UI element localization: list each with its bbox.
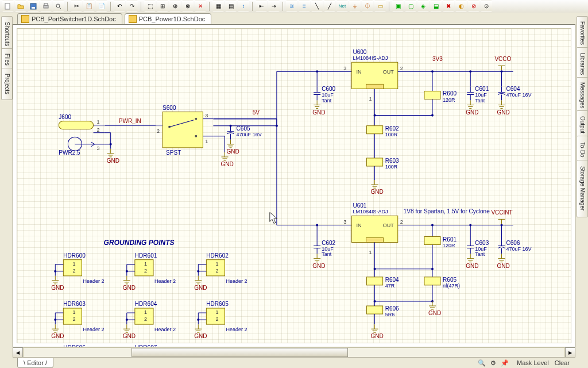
status-bar: \ Editor / 🔍 ⚙ 📌 Mask Level Clear — [13, 357, 575, 368]
toolbar-wire-icon[interactable]: ≋ — [286, 1, 297, 12]
svg-text:GND: GND — [51, 333, 64, 339]
svg-text:LM1084IS-ADJ: LM1084IS-ADJ — [353, 209, 388, 214]
svg-text:3: 3 — [343, 219, 346, 225]
toolbar-btn-icon[interactable]: ↷ — [126, 1, 138, 12]
svg-text:GND: GND — [428, 310, 441, 316]
toolbar-btn-icon[interactable]: 📋 — [83, 1, 95, 12]
toolbar-btn-icon[interactable]: ▤ — [225, 1, 237, 12]
mask-level-link[interactable]: Mask Level — [517, 359, 549, 366]
svg-rect-75 — [366, 84, 384, 89]
toolbar-open-icon[interactable] — [15, 1, 26, 12]
svg-point-211 — [197, 319, 199, 321]
svg-point-92 — [431, 114, 434, 117]
pin-icon[interactable]: 📌 — [501, 359, 509, 367]
rail-favorites[interactable]: Favorites — [577, 16, 588, 51]
svg-text:Header 2: Header 2 — [154, 278, 176, 284]
toolbar-btn-icon[interactable]: ✕ — [195, 1, 206, 12]
svg-text:2: 2 — [400, 219, 403, 225]
toolbar-btn-icon[interactable]: ↶ — [114, 1, 125, 12]
rail-output[interactable]: Output — [577, 110, 588, 139]
scroll-left-icon[interactable]: ◀ — [13, 347, 23, 358]
toolbar-print-icon[interactable] — [40, 1, 52, 12]
part-S600[interactable]: S600 SPST — [163, 105, 203, 156]
toolbar-bus-icon[interactable]: ≡ — [299, 1, 310, 12]
toolbar-btn-icon[interactable]: ⊕ — [169, 1, 181, 12]
scroll-right-icon[interactable]: ▶ — [565, 347, 575, 358]
svg-point-190 — [197, 270, 199, 273]
toolbar-preview-icon[interactable] — [53, 1, 64, 12]
svg-text:IN: IN — [356, 223, 361, 228]
toolbar-btn-icon[interactable]: ▢ — [405, 1, 416, 12]
toolbar-btn-icon[interactable]: ✂ — [71, 1, 82, 12]
svg-text:Tant: Tant — [475, 98, 485, 103]
toolbar-btn-icon[interactable]: ⇤ — [256, 1, 267, 12]
tab-power[interactable]: PCB_Power1D.SchDoc — [125, 13, 212, 24]
svg-text:GND: GND — [107, 158, 119, 164]
part-U601[interactable]: U601 LM1084IS-ADJ IN OUT — [351, 202, 397, 242]
toolbar-btn-icon[interactable]: ⬚ — [144, 1, 156, 12]
toolbar-btn-icon[interactable]: ⇥ — [268, 1, 280, 12]
toolbar-btn-icon[interactable]: ⊘ — [468, 1, 479, 12]
svg-text:Header 2: Header 2 — [83, 327, 104, 332]
editor-tab[interactable]: \ Editor / — [17, 358, 53, 368]
toolbar-btn-icon[interactable]: ◐ — [455, 1, 467, 12]
toolbar-btn-icon[interactable]: ⬓ — [430, 1, 442, 12]
svg-text:1: 1 — [144, 261, 147, 267]
svg-point-197 — [54, 319, 56, 321]
toolbar-new-icon[interactable] — [2, 1, 14, 12]
part-HDR601[interactable]: HDR60112Header 2 — [127, 252, 176, 284]
document-tabs: PCB_PortSwitcher1D.SchDoc PCB_Power1D.Sc… — [13, 13, 575, 25]
schematic-icon — [21, 15, 29, 23]
rail-projects[interactable]: Projects — [1, 68, 13, 100]
svg-text:1: 1 — [215, 309, 218, 315]
rail-todo[interactable]: To-Do — [577, 136, 588, 163]
part-U600[interactable]: U600 LM1084IS-ADJ IN OUT — [351, 49, 397, 89]
toolbar-save-icon[interactable] — [28, 1, 39, 12]
svg-text:nf(47R): nf(47R) — [443, 283, 460, 289]
svg-text:GND: GND — [497, 263, 509, 269]
svg-text:GND: GND — [227, 148, 239, 155]
toolbar-btn-icon[interactable]: 📄 — [96, 1, 107, 12]
svg-text:470uF 16V: 470uF 16V — [237, 132, 262, 137]
clear-link[interactable]: Clear — [555, 359, 570, 366]
part-HDR605[interactable]: HDR60512Header 2 — [198, 301, 247, 332]
part-HDR600[interactable]: HDR60012Header 2 — [55, 252, 104, 284]
toolbar-btn-icon[interactable]: ⊗ — [182, 1, 194, 12]
svg-text:S600: S600 — [163, 105, 176, 111]
toolbar-btn-icon[interactable]: ⊞ — [157, 1, 168, 12]
toolbar-btn-icon[interactable]: ⊙ — [481, 1, 492, 12]
gear-icon[interactable]: ⚙ — [490, 359, 496, 367]
part-HDR604[interactable]: HDR60412Header 2 — [127, 301, 176, 332]
part-HDR602[interactable]: HDR60212Header 2 — [198, 252, 247, 284]
rail-libraries[interactable]: Libraries — [577, 47, 588, 80]
svg-text:GROUNDING POINTS: GROUNDING POINTS — [104, 239, 175, 247]
toolbar-btn-icon[interactable]: ▣ — [392, 1, 404, 12]
svg-text:2: 2 — [215, 316, 218, 322]
toolbar-btn-icon[interactable]: ✖ — [443, 1, 454, 12]
h-scrollbar[interactable]: ◀ ▶ — [13, 347, 575, 358]
toolbar-vcc-icon[interactable]: ⏀ — [362, 1, 373, 12]
tab-label: PCB_Power1D.SchDoc — [139, 16, 206, 22]
toolbar-btn-icon[interactable]: ╱ — [324, 1, 335, 12]
toolbar-net-icon[interactable]: Net — [336, 1, 348, 12]
scroll-thumb[interactable] — [131, 348, 348, 357]
svg-text:470uF 16V: 470uF 16V — [506, 246, 532, 252]
search-icon[interactable]: 🔍 — [478, 359, 486, 367]
tab-portswitcher[interactable]: PCB_PortSwitcher1D.SchDoc — [17, 13, 122, 24]
scroll-track[interactable] — [23, 347, 565, 358]
svg-text:5R6: 5R6 — [385, 312, 395, 317]
svg-text:U601: U601 — [353, 202, 366, 209]
toolbar-btn-icon[interactable]: ▦ — [212, 1, 224, 12]
toolbar-btn-icon[interactable]: ◈ — [417, 1, 429, 12]
rail-storage[interactable]: Storage Manager — [577, 160, 588, 217]
svg-text:470uF 16V: 470uF 16V — [506, 92, 532, 98]
part-J600[interactable]: J600 PWR2.5 — [59, 114, 94, 156]
schematic-canvas[interactable]: J600 PWR2.5 1 2 3 PWR_IN GND — [13, 24, 575, 347]
toolbar-btn-icon[interactable]: ╲ — [311, 1, 323, 12]
rail-messages[interactable]: Messages — [577, 77, 588, 114]
rail-shortcuts[interactable]: Shortcuts — [1, 16, 13, 52]
part-HDR603[interactable]: HDR60312Header 2 — [55, 301, 104, 332]
toolbar-btn-icon[interactable]: ↕ — [238, 1, 249, 12]
toolbar-gnd-icon[interactable]: ⏚ — [349, 1, 361, 12]
toolbar-part-icon[interactable]: ▭ — [374, 1, 386, 12]
